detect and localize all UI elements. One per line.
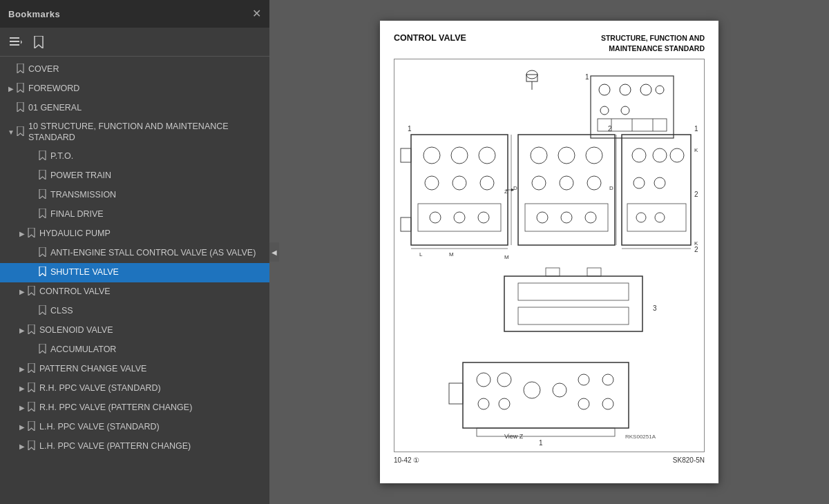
svg-rect-31 — [401, 217, 411, 231]
bookmark-icon-patternchange — [28, 363, 35, 375]
document-title-right: STRUCTURE, FUNCTION AND MAINTENANCE STAN… — [601, 33, 705, 53]
bookmark-item-shuttle[interactable]: SHUTTLE VALVE — [0, 263, 269, 282]
svg-point-20 — [423, 147, 440, 164]
svg-rect-86 — [449, 383, 463, 404]
bookmark-icon-transmission — [39, 189, 46, 201]
bookmark-label-controlvalve: CONTROL VALVE — [39, 286, 264, 297]
bookmark-icon-struct — [17, 126, 24, 138]
svg-text:1: 1 — [694, 125, 698, 133]
bookmark-label-powertrain: POWER TRAIN — [50, 170, 264, 181]
svg-text:View Z: View Z — [504, 433, 524, 440]
expand-icon-hydpump[interactable] — [17, 230, 28, 238]
bookmark-item-foreword[interactable]: FOREWORD — [0, 79, 269, 98]
svg-rect-30 — [401, 148, 411, 162]
svg-rect-70 — [518, 283, 629, 300]
bookmark-item-lhppc_std[interactable]: L.H. PPC VALVE (STANDARD) — [0, 418, 269, 437]
panel-title: Bookmarks — [8, 9, 60, 19]
svg-point-42 — [532, 176, 546, 190]
bookmark-label-clss: CLSS — [50, 305, 264, 316]
bookmark-item-antistall[interactable]: ANTI-ENGINE STALL CONTROL VALVE (AS VALV… — [0, 244, 269, 263]
model-number: SK820-5N — [673, 456, 705, 464]
document-title-left: CONTROL VALVE — [394, 33, 466, 43]
bookmark-item-rhppc_pc[interactable]: R.H. PPC VALVE (PATTERN CHANGE) — [0, 398, 269, 418]
bookmark-item-rhppc_std[interactable]: R.H. PPC VALVE (STANDARD) — [0, 379, 269, 398]
svg-point-44 — [587, 176, 601, 190]
svg-point-21 — [451, 147, 468, 164]
bookmark-item-transmission[interactable]: TRANSMISSION — [0, 186, 269, 205]
svg-rect-71 — [518, 307, 629, 324]
expand-icon-lhppc_pc[interactable] — [17, 443, 28, 450]
view-options-button[interactable] — [7, 35, 25, 49]
bookmark-item-struct[interactable]: 10 STRUCTURE, FUNCTION AND MAINTENANCE S… — [0, 117, 269, 147]
bookmarks-panel: Bookmarks ✕ COVERFOREWORD01 GENERAL10 ST… — [0, 0, 269, 504]
svg-marker-3 — [21, 40, 22, 44]
bookmark-label-accumulator: ACCUMULATOR — [50, 344, 264, 355]
bookmark-item-solenoid[interactable]: SOLENOID VALVE — [0, 321, 269, 340]
expand-icon-struct[interactable] — [6, 128, 17, 136]
bookmark-label-finaldrive: FINAL DRIVE — [50, 209, 264, 220]
svg-point-53 — [632, 148, 646, 162]
bookmark-item-lhppc_pc[interactable]: L.H. PPC VALVE (PATTERN CHANGE) — [0, 437, 269, 456]
bookmark-item-general[interactable]: 01 GENERAL — [0, 98, 269, 117]
svg-point-79 — [499, 398, 510, 409]
bookmark-icon-shuttle — [39, 266, 46, 278]
svg-point-54 — [653, 148, 667, 162]
bookmark-icon-antistall — [39, 247, 46, 259]
expand-icon-controlvalve[interactable] — [17, 288, 28, 295]
bookmark-label-lhppc_std: L.H. PPC VALVE (STANDARD) — [39, 421, 264, 432]
svg-text:2: 2 — [608, 125, 612, 133]
expand-icon-patternchange[interactable] — [17, 365, 28, 373]
toolbar — [0, 28, 269, 57]
expand-icon-lhppc_std[interactable] — [17, 423, 28, 431]
expand-icon-solenoid[interactable] — [17, 327, 28, 334]
bookmark-icon-rhppc_pc — [28, 402, 35, 414]
bookmark-item-hydpump[interactable]: HYDAULIC PUMP — [0, 224, 269, 244]
expand-icon-rhppc_pc[interactable] — [17, 404, 28, 411]
bookmark-label-pto: P.T.O. — [50, 151, 264, 162]
close-button[interactable]: ✕ — [252, 8, 261, 19]
bookmark-label-foreword: FOREWORD — [28, 83, 264, 94]
svg-text:1: 1 — [408, 125, 412, 133]
svg-point-24 — [452, 176, 466, 190]
svg-point-13 — [621, 106, 629, 115]
bookmark-icon-accumulator — [39, 344, 46, 356]
bookmark-item-pto[interactable]: P.T.O. — [0, 147, 269, 166]
bookmark-icon-button[interactable] — [30, 35, 47, 50]
bookmark-icon-finaldrive — [39, 209, 46, 220]
svg-text:1: 1 — [585, 73, 589, 81]
expand-icon-foreword[interactable] — [6, 85, 17, 93]
svg-point-56 — [633, 177, 645, 188]
svg-rect-5 — [526, 75, 537, 81]
collapse-panel-button[interactable]: ◀ — [269, 242, 279, 262]
svg-point-80 — [524, 382, 540, 398]
document-footer: 10-42 ① SK820-5N — [394, 456, 705, 464]
document-header: CONTROL VALVE STRUCTURE, FUNCTION AND MA… — [394, 33, 705, 53]
svg-point-57 — [654, 177, 665, 188]
bookmark-item-powertrain[interactable]: POWER TRAIN — [0, 166, 269, 186]
expand-icon-rhppc_std[interactable] — [17, 385, 28, 392]
svg-text:L: L — [419, 251, 423, 258]
bookmark-item-accumulator[interactable]: ACCUMULATOR — [0, 340, 269, 360]
svg-point-76 — [477, 373, 490, 387]
bookmark-item-patternchange[interactable]: PATTERN CHANGE VALVE — [0, 360, 269, 379]
bookmark-icon-pto — [39, 151, 46, 162]
bookmark-icon-powertrain — [39, 170, 46, 182]
bookmark-label-shuttle: SHUTTLE VALVE — [50, 266, 264, 278]
bookmark-item-cover[interactable]: COVER — [0, 59, 269, 79]
svg-rect-87 — [477, 428, 615, 436]
svg-point-55 — [670, 148, 684, 162]
bookmark-label-rhppc_pc: R.H. PPC VALVE (PATTERN CHANGE) — [39, 402, 264, 413]
svg-point-60 — [655, 213, 665, 222]
svg-point-22 — [479, 147, 495, 164]
svg-text:K: K — [694, 147, 698, 153]
bookmark-item-finaldrive[interactable]: FINAL DRIVE — [0, 205, 269, 224]
svg-text:D: D — [513, 185, 517, 191]
document-page: CONTROL VALVE STRUCTURE, FUNCTION AND MA… — [380, 21, 718, 483]
svg-point-25 — [480, 176, 494, 190]
svg-text:M: M — [449, 251, 454, 258]
svg-point-82 — [578, 374, 589, 385]
bookmark-item-clss[interactable]: CLSS — [0, 302, 269, 321]
svg-point-85 — [602, 398, 613, 409]
svg-rect-73 — [587, 268, 601, 276]
bookmark-item-controlvalve[interactable]: CONTROL VALVE — [0, 282, 269, 302]
